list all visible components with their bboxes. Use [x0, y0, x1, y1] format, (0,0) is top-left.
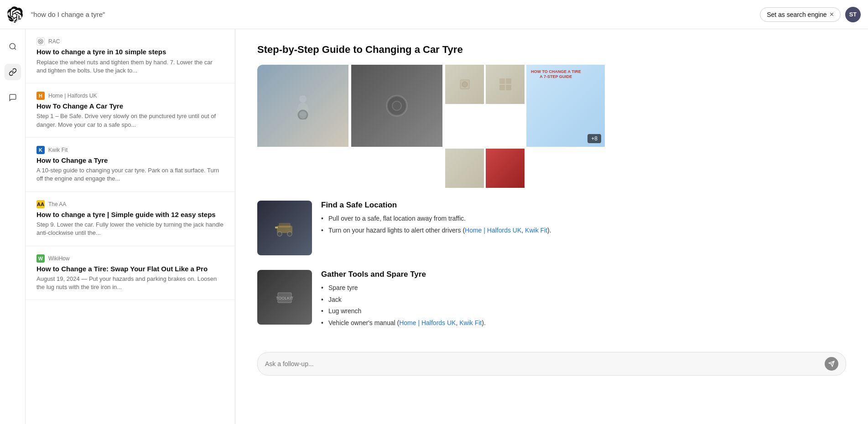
link-halfords-2[interactable]: Home | Halfords UK	[399, 319, 456, 326]
source-domain: WikiHow	[48, 255, 70, 262]
bullet-item: Pull over to a safe, flat location away …	[321, 214, 846, 223]
gallery-image-1[interactable]	[257, 65, 348, 147]
diagram-icon	[458, 78, 472, 91]
list-item[interactable]: H Home | Halfords UK How To Change A Car…	[26, 83, 235, 138]
bullet-item: Spare tyre	[321, 284, 846, 293]
source-meta: W WikiHow	[36, 254, 224, 263]
source-meta: AA The AA	[36, 200, 224, 208]
person-icon	[289, 92, 317, 119]
source-favicon: K	[36, 146, 45, 154]
gallery-image-7[interactable]	[486, 149, 525, 188]
search-icon	[9, 42, 17, 51]
svg-rect-13	[506, 85, 511, 90]
gallery-image-4[interactable]	[486, 65, 525, 104]
header-right: Set as search engine × ST	[760, 7, 861, 22]
gallery-image-3[interactable]	[445, 65, 484, 104]
more-images-badge[interactable]: +8	[587, 134, 601, 143]
set-search-engine-button[interactable]: Set as search engine ×	[760, 7, 841, 22]
section-gather-tools: TOOLKIT Gather Tools and Spare Tyre Spar…	[257, 270, 846, 330]
toolkit-icon: TOOLKIT	[273, 286, 296, 309]
sidebar-item-chat[interactable]	[5, 89, 21, 106]
source-title: How to Change a Tire: Swap Your Flat Out…	[36, 264, 224, 274]
follow-up-input-wrapper[interactable]	[257, 352, 846, 376]
content-panel: Step-by-Step Guide to Changing a Car Tyr…	[235, 29, 868, 424]
source-snippet: Step 9. Lower the car. Fully lower the v…	[36, 221, 224, 237]
user-avatar[interactable]: ST	[845, 7, 861, 22]
link-kwikfit-2[interactable]: Kwik Fit	[459, 319, 482, 326]
source-favicon	[36, 37, 45, 46]
bullet-item: Vehicle owner's manual (Home | Halfords …	[321, 319, 846, 328]
link-kwikfit[interactable]: Kwik Fit	[525, 227, 547, 234]
bullet-item: Lug wrench	[321, 307, 846, 316]
section-gather-tools-content: Gather Tools and Spare Tyre Spare tyre J…	[321, 270, 846, 330]
svg-rect-10	[499, 78, 505, 84]
follow-up-input[interactable]	[265, 360, 825, 367]
sources-panel: RAC How to change a tyre in 10 simple st…	[26, 29, 235, 424]
sidebar-item-search[interactable]	[5, 38, 21, 55]
gallery-image-6[interactable]	[445, 149, 484, 188]
source-domain: Home | Halfords UK	[48, 93, 97, 99]
follow-up-bar	[257, 345, 846, 376]
svg-rect-11	[506, 78, 511, 84]
section-safe-location: Find a Safe Location Pull over to a safe…	[257, 201, 846, 255]
bullet-list-tools: Spare tyre Jack Lug wrench Vehicle owner…	[321, 284, 846, 327]
gallery-grid-right: HOW TO CHANGE A TIREA 7-STEP GUIDE +8	[445, 65, 605, 188]
section-safe-location-content: Find a Safe Location Pull over to a safe…	[321, 201, 846, 255]
send-button[interactable]	[825, 357, 838, 371]
list-item[interactable]: AA The AA How to change a tyre | Simple …	[26, 192, 235, 246]
source-meta: H Home | Halfords UK	[36, 92, 224, 100]
svg-point-1	[38, 39, 43, 44]
page-title: Step-by-Step Guide to Changing a Car Tyr…	[257, 44, 846, 56]
main-layout: RAC How to change a tyre in 10 simple st…	[0, 29, 868, 424]
list-item[interactable]: W WikiHow How to Change a Tire: Swap You…	[26, 246, 235, 300]
svg-point-9	[462, 82, 468, 87]
section-heading-safe: Find a Safe Location	[321, 201, 846, 210]
svg-point-16	[277, 232, 282, 236]
gallery-image-2[interactable]	[351, 65, 442, 147]
diagram2-icon	[499, 78, 512, 91]
tyre-icon	[383, 92, 411, 119]
source-favicon: AA	[36, 200, 45, 208]
source-title: How to change a tyre in 10 simple steps	[36, 47, 224, 57]
set-search-engine-label: Set as search engine	[767, 11, 827, 18]
svg-point-2	[40, 41, 42, 43]
list-item[interactable]: K Kwik Fit How to Change a Tyre A 10-ste…	[26, 138, 235, 192]
source-meta: RAC	[36, 37, 224, 46]
image-gallery[interactable]: HOW TO CHANGE A TIREA 7-STEP GUIDE +8	[257, 65, 846, 188]
svg-text:TOOLKIT: TOOLKIT	[276, 296, 294, 300]
source-title: How To Change A Car Tyre	[36, 102, 224, 111]
section-heading-tools: Gather Tools and Spare Tyre	[321, 270, 846, 279]
chat-icon	[9, 93, 17, 102]
source-domain: Kwik Fit	[48, 147, 68, 153]
app-header: "how do I change a tyre" Set as search e…	[0, 0, 868, 29]
guide-text: HOW TO CHANGE A TIREA 7-STEP GUIDE	[529, 67, 583, 81]
header-left: "how do I change a tyre"	[7, 6, 105, 23]
svg-point-3	[299, 95, 307, 103]
app-logo	[7, 6, 24, 23]
source-snippet: August 19, 2024 — Put your hazards and p…	[36, 275, 224, 291]
gallery-image-5[interactable]: HOW TO CHANGE A TIREA 7-STEP GUIDE +8	[526, 65, 605, 147]
source-snippet: A 10-step guide to changing your car tyr…	[36, 166, 224, 183]
link-halfords[interactable]: Home | Halfords UK	[465, 227, 521, 234]
svg-point-5	[298, 110, 307, 119]
list-item[interactable]: RAC How to change a tyre in 10 simple st…	[26, 29, 235, 83]
svg-rect-12	[499, 85, 505, 90]
svg-point-7	[392, 101, 401, 110]
sidebar-item-link[interactable]	[5, 64, 21, 80]
sidebar-icons	[0, 29, 26, 424]
source-favicon: H	[36, 92, 45, 100]
search-query-display: "how do I change a tyre"	[31, 10, 105, 18]
bullet-list-safe: Pull over to a safe, flat location away …	[321, 214, 846, 235]
source-favicon: W	[36, 254, 45, 263]
section-image-toolkit: TOOLKIT	[257, 270, 312, 325]
send-icon	[828, 361, 835, 367]
gallery-top-row: HOW TO CHANGE A TIREA 7-STEP GUIDE +8	[445, 65, 605, 147]
car-night-icon	[273, 217, 296, 239]
svg-point-17	[287, 232, 292, 236]
source-domain: The AA	[48, 201, 66, 207]
bullet-item: Jack	[321, 295, 846, 305]
section-image-car	[257, 201, 312, 255]
gallery-bottom-row	[445, 149, 605, 188]
close-icon[interactable]: ×	[830, 10, 834, 19]
source-snippet: Step 1 – Be Safe. Drive very slowly on t…	[36, 112, 224, 129]
